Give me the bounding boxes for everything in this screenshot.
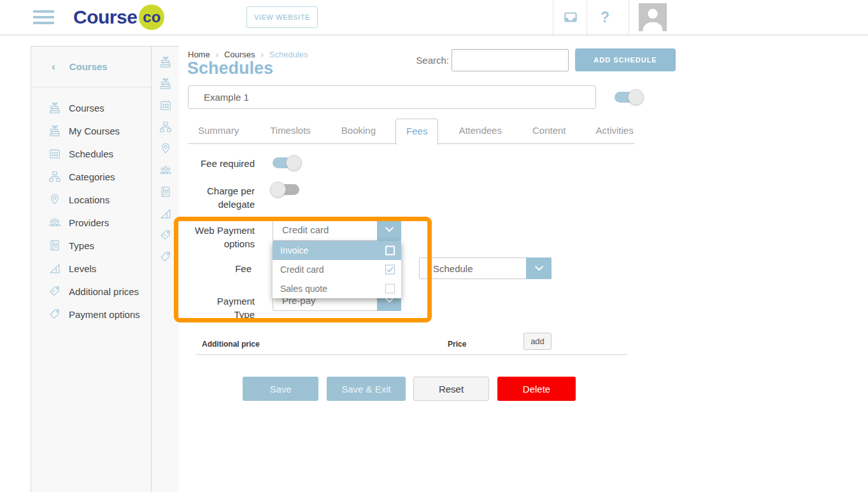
- levels-icon: [48, 261, 62, 275]
- fee-scope-selected-value: Schedule: [433, 258, 473, 279]
- tab-timeslots[interactable]: Timeslots: [260, 119, 321, 143]
- types-icon: [48, 238, 62, 252]
- categories-icon: [48, 170, 62, 184]
- sidebar-item-label: Schedules: [69, 148, 113, 159]
- sidebar-item-providers[interactable]: Providers: [31, 211, 151, 234]
- delete-button[interactable]: Delete: [497, 377, 576, 401]
- tab-fees[interactable]: Fees: [395, 119, 438, 145]
- additional-price-column-header: Additional price: [202, 340, 260, 349]
- sidebar-item-label: Locations: [69, 194, 110, 205]
- sidebar-item-schedules[interactable]: Schedules: [31, 142, 151, 165]
- save-button[interactable]: Save: [243, 377, 318, 401]
- search-label: Search:: [382, 55, 449, 66]
- tab-content[interactable]: Content: [522, 119, 576, 143]
- fee-label: Fee: [188, 262, 252, 275]
- locations-icon[interactable]: [159, 141, 173, 156]
- chevron-down-icon: [526, 257, 551, 279]
- fee-scope-select[interactable]: Schedule: [419, 257, 551, 279]
- sidebar-item-courses[interactable]: Courses: [31, 96, 151, 119]
- sidebar-back-header[interactable]: ‹ Courses: [31, 47, 151, 87]
- dropdown-option-invoice[interactable]: Invoice: [273, 241, 401, 260]
- payment-options-icon: [48, 307, 62, 321]
- add-price-button[interactable]: add: [523, 333, 551, 350]
- tab-summary[interactable]: Summary: [188, 119, 249, 143]
- logo: Course co: [73, 4, 164, 30]
- breadcrumb-home[interactable]: Home: [188, 50, 210, 59]
- schedule-name-input[interactable]: [188, 85, 596, 109]
- dropdown-option-sales-quote[interactable]: Sales quote: [273, 279, 401, 298]
- my-courses-icon[interactable]: [159, 76, 173, 90]
- sidebar-item-types[interactable]: Types: [31, 234, 151, 257]
- sidebar-item-locations[interactable]: Locations: [31, 188, 151, 211]
- sidebar: ‹ Courses Courses My Courses Schedules: [31, 47, 152, 492]
- locations-icon: [48, 192, 62, 206]
- person-icon: [639, 3, 667, 31]
- sidebar-header-label: Courses: [69, 61, 108, 72]
- breadcrumb-courses[interactable]: Courses: [224, 50, 255, 59]
- web-payment-selected-value: Credit card: [282, 219, 329, 240]
- page: Course co VIEW WEBSITE ? ‹ Courses: [0, 0, 868, 492]
- checkbox-unchecked[interactable]: [385, 246, 395, 256]
- sidebar-item-label: My Courses: [69, 126, 120, 136]
- tab-attendees[interactable]: Attendees: [448, 119, 512, 143]
- checkbox-unchecked[interactable]: [385, 284, 395, 294]
- fee-required-toggle[interactable]: [271, 155, 301, 171]
- sidebar-item-levels[interactable]: Levels: [31, 257, 151, 280]
- option-label: Invoice: [280, 245, 308, 256]
- categories-icon[interactable]: [159, 120, 173, 134]
- search-input[interactable]: [452, 49, 569, 71]
- sidebar-item-label: Payment options: [69, 309, 140, 320]
- additional-prices-icon[interactable]: [159, 228, 173, 242]
- web-payment-dropdown: Invoice Credit card Sales quote: [273, 241, 401, 298]
- logo-text: Course: [73, 6, 137, 28]
- inbox-icon: [562, 9, 579, 25]
- dropdown-option-credit-card[interactable]: Credit card: [273, 260, 401, 279]
- sidebar-item-label: Types: [69, 240, 94, 251]
- breadcrumb-schedules: Schedules: [269, 50, 308, 59]
- payment-options-icon[interactable]: [159, 250, 173, 264]
- divider: [587, 0, 587, 34]
- tab-activities[interactable]: Activities: [586, 119, 644, 143]
- additional-prices-icon: [48, 284, 62, 298]
- divider: [553, 0, 553, 34]
- sidebar-items: Courses My Courses Schedules Categories …: [31, 87, 151, 326]
- side-panel: ‹ Courses Courses My Courses Schedules: [31, 46, 179, 492]
- hamburger-menu-icon[interactable]: [33, 10, 54, 25]
- sidebar-item-additional-prices[interactable]: Additional prices: [31, 280, 151, 303]
- avatar[interactable]: [639, 3, 667, 31]
- sidebar-item-my-courses[interactable]: My Courses: [31, 119, 151, 142]
- chevron-down-icon: [377, 219, 401, 241]
- providers-icon[interactable]: [159, 163, 173, 177]
- schedules-icon[interactable]: [159, 98, 173, 112]
- icon-rail: [152, 47, 179, 492]
- add-schedule-button[interactable]: ADD SCHEDULE: [575, 48, 676, 71]
- chevron-left-icon: ‹: [52, 61, 55, 73]
- tab-bar: Summary Timeslots Booking Fees Attendees…: [188, 119, 635, 144]
- checkbox-checked[interactable]: [385, 265, 395, 275]
- schedules-icon: [48, 147, 62, 161]
- courses-icon: [48, 101, 62, 115]
- types-icon[interactable]: [159, 185, 173, 199]
- schedule-enabled-toggle[interactable]: [613, 89, 643, 105]
- sidebar-item-label: Categories: [69, 171, 115, 182]
- help-button[interactable]: ?: [592, 0, 618, 34]
- levels-icon[interactable]: [159, 206, 173, 221]
- courses-icon[interactable]: [159, 55, 173, 69]
- inbox-button[interactable]: [558, 0, 583, 34]
- sidebar-item-payment-options[interactable]: Payment options: [31, 303, 151, 326]
- logo-circle: co: [139, 4, 164, 30]
- save-exit-button[interactable]: Save & Exit: [327, 377, 406, 401]
- page-title: Schedules: [187, 59, 273, 78]
- reset-button[interactable]: Reset: [413, 377, 489, 401]
- sidebar-item-categories[interactable]: Categories: [31, 165, 151, 188]
- my-courses-icon: [48, 124, 62, 138]
- sidebar-item-label: Additional prices: [69, 286, 139, 297]
- web-payment-select[interactable]: Credit card: [273, 219, 401, 241]
- price-column-header: Price: [448, 340, 466, 349]
- web-payment-options-label: Web Payment options: [191, 224, 255, 250]
- view-website-button[interactable]: VIEW WEBSITE: [246, 6, 318, 28]
- charge-per-delegate-label: Charge per delegate: [201, 184, 255, 211]
- charge-per-delegate-toggle[interactable]: [271, 182, 301, 198]
- option-label: Credit card: [280, 264, 324, 275]
- tab-booking[interactable]: Booking: [331, 119, 386, 143]
